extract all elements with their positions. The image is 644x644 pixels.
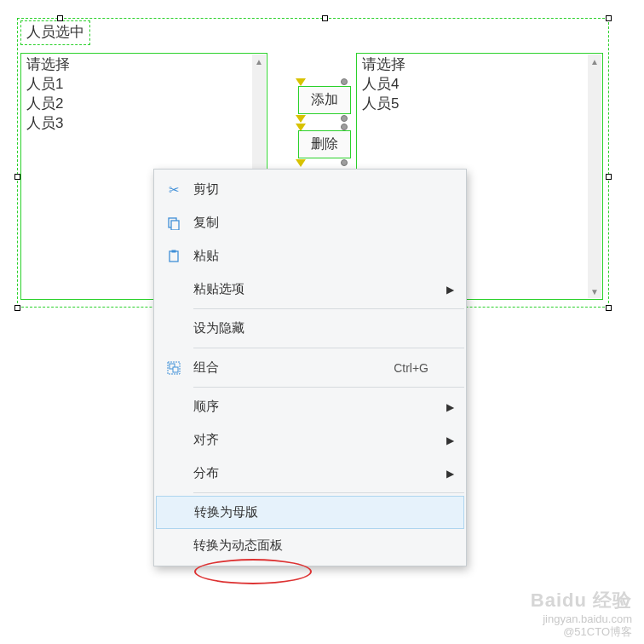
- menu-item-cut[interactable]: ✂ 剪切: [154, 173, 466, 206]
- menu-item-convert-master[interactable]: 转换为母版: [156, 496, 464, 529]
- interaction-marker-icon: [296, 78, 306, 86]
- menu-separator: [193, 492, 464, 493]
- menu-label: 组合: [193, 359, 394, 376]
- submenu-arrow-icon: ▶: [446, 401, 454, 413]
- list-item[interactable]: 人员5: [362, 95, 587, 114]
- interaction-marker-icon: [296, 115, 306, 123]
- watermark: Baidu 经验 jingyan.baidu.com @51CTO博客: [531, 589, 632, 639]
- interaction-marker-icon: [296, 159, 306, 167]
- menu-item-distribute[interactable]: 分布 ▶: [154, 457, 466, 490]
- cut-icon: ✂: [154, 182, 193, 198]
- menu-label: 剪切: [193, 181, 454, 198]
- list-item[interactable]: 人员3: [26, 114, 251, 134]
- menu-separator: [193, 387, 464, 388]
- menu-separator: [193, 348, 464, 348]
- menu-item-align[interactable]: 对齐 ▶: [154, 423, 466, 457]
- list-item[interactable]: 人员4: [362, 75, 587, 95]
- menu-label: 转换为母版: [194, 504, 451, 520]
- group-icon: [154, 361, 193, 375]
- placeholder-text: 请选择: [362, 55, 587, 75]
- menu-separator: [193, 308, 464, 309]
- menu-shortcut: Ctrl+G: [394, 361, 454, 375]
- menu-label: 复制: [193, 215, 454, 231]
- resize-handle[interactable]: [322, 15, 328, 21]
- menu-item-convert-dynamic[interactable]: 转换为动态面板: [154, 529, 466, 562]
- button-label: 删除: [311, 135, 338, 153]
- context-menu: ✂ 剪切 复制 粘贴 粘贴选项 ▶ 设为隐藏 组合 Ctrl+G 顺序 ▶: [153, 169, 467, 566]
- svg-rect-6: [173, 367, 178, 372]
- watermark-url: jingyan.baidu.com: [531, 612, 632, 626]
- menu-label: 转换为动态面板: [193, 538, 454, 554]
- resize-handle[interactable]: [14, 305, 20, 311]
- submenu-arrow-icon: ▶: [446, 468, 454, 480]
- menu-item-set-hidden[interactable]: 设为隐藏: [154, 312, 466, 345]
- list-item[interactable]: 人员1: [26, 75, 251, 95]
- resize-handle[interactable]: [14, 174, 20, 180]
- submenu-arrow-icon: ▶: [446, 284, 454, 296]
- menu-label: 粘贴选项: [193, 281, 454, 297]
- svg-rect-1: [171, 221, 179, 230]
- resize-handle[interactable]: [606, 15, 612, 21]
- resize-handle[interactable]: [606, 174, 612, 180]
- add-button[interactable]: 添加: [298, 86, 351, 114]
- menu-label: 顺序: [193, 399, 454, 415]
- menu-label: 粘贴: [193, 248, 454, 264]
- menu-item-group[interactable]: 组合 Ctrl+G: [154, 351, 466, 384]
- scroll-up-icon[interactable]: ▲: [252, 55, 266, 68]
- interaction-marker-dot: [341, 78, 348, 85]
- scroll-down-icon[interactable]: ▼: [588, 285, 601, 298]
- copy-icon: [154, 216, 193, 230]
- delete-button[interactable]: 删除: [298, 130, 351, 158]
- menu-label: 分布: [193, 465, 454, 481]
- watermark-attribution: @51CTO博客: [531, 625, 632, 639]
- list-item[interactable]: 人员2: [26, 95, 251, 114]
- menu-item-paste[interactable]: 粘贴: [154, 239, 466, 273]
- svg-rect-3: [172, 250, 176, 252]
- submenu-arrow-icon: ▶: [446, 434, 454, 446]
- interaction-marker-dot: [341, 159, 348, 166]
- menu-label: 对齐: [193, 432, 454, 448]
- group-title: 人员选中: [20, 20, 90, 45]
- button-label: 添加: [311, 91, 338, 109]
- menu-label: 设为隐藏: [193, 320, 454, 336]
- resize-handle[interactable]: [57, 15, 63, 21]
- menu-item-paste-options[interactable]: 粘贴选项 ▶: [154, 273, 466, 306]
- scrollbar[interactable]: ▲ ▼: [588, 55, 601, 298]
- menu-item-order[interactable]: 顺序 ▶: [154, 390, 466, 423]
- menu-item-copy[interactable]: 复制: [154, 206, 466, 239]
- placeholder-text: 请选择: [26, 55, 251, 75]
- interaction-marker-dot: [341, 124, 348, 130]
- paste-icon: [154, 250, 193, 263]
- svg-rect-2: [170, 251, 178, 262]
- interaction-marker-dot: [341, 115, 348, 122]
- scroll-up-icon[interactable]: ▲: [588, 55, 601, 68]
- watermark-brand: Baidu 经验: [531, 589, 632, 612]
- resize-handle[interactable]: [606, 305, 612, 311]
